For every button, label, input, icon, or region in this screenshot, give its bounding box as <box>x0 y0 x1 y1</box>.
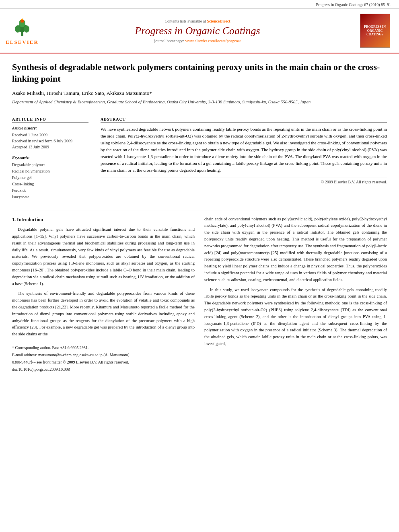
journal-top-bar: Progress in Organic Coatings 67 (2010) 8… <box>0 0 399 9</box>
elsevier-text: ELSEVIER <box>6 39 39 45</box>
received-revised: Received in revised form 6 July 2009 <box>12 138 88 144</box>
article-history: Article history: Received 1 June 2009 Re… <box>12 126 88 150</box>
footnote-doi: doi:10.1016/j.porgcoat.2009.10.008 <box>12 366 195 372</box>
footnote-section: * Corresponding author. Fax: +81 6 6605 … <box>12 342 195 372</box>
copyright-line: © 2009 Elsevier B.V. All rights reserved… <box>101 177 387 184</box>
svg-rect-5 <box>21 20 24 23</box>
abstract-label: ABSTRACT <box>101 117 387 123</box>
keywords-label: Keywords: <box>12 156 88 160</box>
abstract-text: We have synthesized degradable network p… <box>101 126 387 174</box>
intro-para1: Degradable polymer gels have attracted s… <box>12 226 195 287</box>
col-left: 1. Introduction Degradable polymer gels … <box>12 216 195 374</box>
journal-center: Contents lists available at ScienceDirec… <box>40 19 355 43</box>
sciencedirect-line: Contents lists available at ScienceDirec… <box>40 19 355 23</box>
footnote-issn: 0300-9440/$ – see front matter © 2009 El… <box>12 359 195 365</box>
footnote-star: * Corresponding author. Fax: +81 6 6605 … <box>12 345 195 351</box>
col-right: chain ends of conventional polymers such… <box>204 216 387 374</box>
journal-citation: Progress in Organic Coatings 67 (2010) 8… <box>316 2 391 7</box>
sciencedirect-link[interactable]: ScienceDirect <box>207 19 230 23</box>
svg-point-3 <box>24 25 29 33</box>
article-info-label: ARTICLE INFO <box>12 117 88 123</box>
footnote-email: E-mail address: matsumoto@a-chem.eng.osa… <box>12 352 195 358</box>
svg-point-2 <box>15 25 21 33</box>
kw2: Radical polymerization <box>12 168 88 175</box>
kw5: Peroxide <box>12 187 88 194</box>
kw1: Degradable polymer <box>12 162 88 168</box>
article-title: Synthesis of degradable network polymers… <box>12 62 387 84</box>
abstract-section: ABSTRACT We have synthesized degradable … <box>101 117 387 203</box>
keywords-section: Keywords: Degradable polymer Radical pol… <box>12 156 88 200</box>
right-para1: chain ends of conventional polymers such… <box>204 216 387 283</box>
homepage-url[interactable]: www.elsevier.com/locate/porgcoat <box>185 39 241 43</box>
intro-heading: 1. Introduction <box>12 216 195 224</box>
page: Progress in Organic Coatings 67 (2010) 8… <box>0 0 399 532</box>
affiliation: Department of Applied Chemistry & Bioeng… <box>12 99 387 105</box>
journal-cover: PROGRESS IN ORGANIC COATINGS <box>359 14 391 48</box>
svg-marker-6 <box>21 18 23 20</box>
kw3: Polymer gel <box>12 175 88 181</box>
body-columns: 1. Introduction Degradable polymer gels … <box>12 210 387 374</box>
article-content: Synthesis of degradable network polymers… <box>0 53 399 382</box>
journal-name: Progress in Organic Coatings <box>40 25 355 37</box>
journal-header: ELSEVIER Contents lists available at Sci… <box>0 9 399 53</box>
elsevier-tree-icon <box>11 16 33 38</box>
journal-homepage: journal homepage: www.elsevier.com/locat… <box>40 39 355 43</box>
accepted: Accepted 13 July 2009 <box>12 144 88 150</box>
info-section: ARTICLE INFO Article history: Received 1… <box>12 112 387 203</box>
elsevier-logo: ELSEVIER <box>8 16 36 45</box>
cover-image: PROGRESS IN ORGANIC COATINGS <box>360 14 390 48</box>
right-para2: In this study, we used isocyanate compou… <box>204 287 387 347</box>
history-title: Article history: <box>12 126 88 130</box>
kw4: Cross-linking <box>12 181 88 187</box>
received1: Received 1 June 2009 <box>12 132 88 138</box>
kw6: Isocyanate <box>12 194 88 200</box>
article-info: ARTICLE INFO Article history: Received 1… <box>12 117 88 203</box>
intro-para2: The synthesis of environment-friendly an… <box>12 290 195 338</box>
authors: Asako Mihashi, Hiroshi Tamura, Eriko Sat… <box>12 90 387 97</box>
